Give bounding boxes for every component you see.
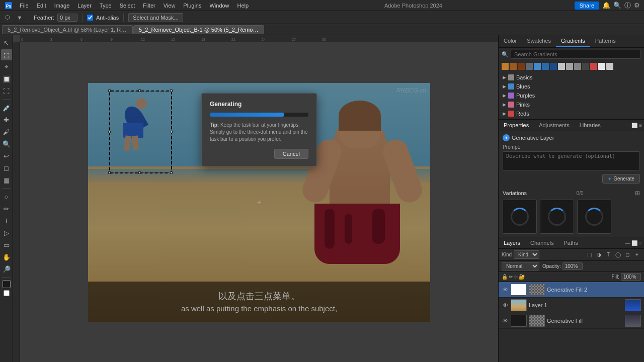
swatch-9[interactable] <box>566 63 573 70</box>
anti-alias-checkbox[interactable] <box>87 15 93 21</box>
menu-select[interactable]: Select <box>116 2 139 10</box>
menu-plugins[interactable]: Plugins <box>180 2 205 10</box>
gradient-group-basics[interactable]: ▶ Basics <box>502 73 641 82</box>
pixel-filter-icon[interactable]: ⬚ <box>585 251 593 259</box>
variation-thumb-3[interactable] <box>577 200 611 234</box>
dodge-tool[interactable]: ○ <box>1 191 12 202</box>
feather-input[interactable] <box>57 14 77 22</box>
lasso-tool[interactable]: ⌖ <box>1 61 12 72</box>
settings-icon[interactable]: ⚙ <box>634 2 640 9</box>
cancel-button[interactable]: Cancel <box>274 149 308 159</box>
prompt-input[interactable] <box>503 151 640 170</box>
move-tool[interactable]: ↖ <box>1 37 12 48</box>
layer-visibility-l1[interactable]: 👁 <box>502 302 509 309</box>
menu-file[interactable]: File <box>16 2 32 10</box>
type-filter-icon[interactable]: T <box>604 251 612 259</box>
menu-image[interactable]: Image <box>51 2 73 10</box>
background-color[interactable] <box>4 290 10 296</box>
tab-adjustments[interactable]: Adjustments <box>534 120 575 131</box>
variations-grid-icon[interactable]: ⊞ <box>635 190 640 197</box>
add-layer-icon[interactable]: + <box>633 251 641 259</box>
object-selection-tool[interactable]: 🔲 <box>1 73 12 84</box>
tab-gradients[interactable]: Gradients <box>556 35 590 47</box>
smart-filter-icon[interactable]: ◻ <box>623 251 631 259</box>
layer-row-layer1[interactable]: 👁 Layer 1 <box>499 298 644 313</box>
zoom-tool[interactable]: 🔎 <box>1 263 12 275</box>
gradients-search-input[interactable] <box>511 50 641 59</box>
layer-visibility-gf2[interactable]: 👁 <box>502 286 509 293</box>
notification-icon[interactable]: 🔔 <box>602 2 610 9</box>
marquee-tool[interactable]: ⬚ <box>1 49 12 60</box>
props-menu-icon[interactable]: ≡ <box>639 123 642 128</box>
lock-position-icon[interactable]: 🔒 <box>502 274 508 280</box>
swatch-7[interactable] <box>550 63 557 70</box>
swatch-8[interactable] <box>558 63 565 70</box>
generate-button[interactable]: Generate <box>602 174 640 184</box>
menu-filter[interactable]: Filter <box>139 2 158 10</box>
tab-swatches[interactable]: Swatches <box>522 35 556 47</box>
swatch-5[interactable] <box>534 63 541 70</box>
lock-pixels-icon[interactable]: ✏ <box>509 274 513 280</box>
layers-expand-icon[interactable]: ⬜ <box>631 240 637 246</box>
tab-file-a[interactable]: 5_2_Remove_Object_A.tif @ 58% (Layer 1, … <box>2 25 133 34</box>
eyedropper-tool[interactable]: 💉 <box>1 102 12 113</box>
tab-libraries[interactable]: Libraries <box>575 120 606 131</box>
swatch-12[interactable] <box>590 63 597 70</box>
eraser-tool[interactable]: ◻ <box>1 162 12 173</box>
lock-art-icon[interactable]: ⊹ <box>514 274 518 280</box>
history-brush-tool[interactable]: ↩ <box>1 150 12 161</box>
tab-layers[interactable]: Layers <box>499 237 525 248</box>
pen-tool[interactable]: ✏ <box>1 203 12 214</box>
menu-view[interactable]: View <box>160 2 179 10</box>
menu-layer[interactable]: Layer <box>74 2 95 10</box>
menu-window[interactable]: Window <box>206 2 232 10</box>
swatch-13[interactable] <box>598 63 605 70</box>
layers-kind-select[interactable]: Kind <box>514 250 539 259</box>
foreground-color[interactable] <box>3 280 11 288</box>
swatch-11[interactable] <box>582 63 589 70</box>
shape-filter-icon[interactable]: ◯ <box>614 251 622 259</box>
select-and-mask-button[interactable]: Select and Mask... <box>128 13 183 22</box>
clone-stamp-tool[interactable]: 🔍 <box>1 138 12 149</box>
spot-healing-tool[interactable]: ✚ <box>1 114 12 125</box>
layers-menu-icon[interactable]: ≡ <box>639 240 642 246</box>
tab-file-b[interactable]: 5_2_Remove_Object_B-1 @ 50% (5_2_Remove_… <box>133 25 264 34</box>
gradient-group-reds[interactable]: ▶ Reds <box>502 109 641 118</box>
swatch-4[interactable] <box>526 63 533 70</box>
swatch-2[interactable] <box>510 63 517 70</box>
fill-input[interactable] <box>621 273 641 281</box>
layer-visibility-gf[interactable]: 👁 <box>502 317 509 324</box>
tab-properties[interactable]: Properties <box>499 120 534 131</box>
props-minimize-icon[interactable]: — <box>625 123 630 128</box>
variation-thumb-1[interactable] <box>503 200 537 234</box>
swatch-3[interactable] <box>518 63 525 70</box>
swatch-14[interactable] <box>606 63 613 70</box>
hand-tool[interactable]: ✋ <box>1 251 12 262</box>
gradient-tool[interactable]: ▦ <box>1 174 12 186</box>
tab-paths[interactable]: Paths <box>559 237 583 248</box>
share-button[interactable]: Share <box>575 2 599 10</box>
layers-minimize-icon[interactable]: — <box>625 240 630 246</box>
crop-tool[interactable]: ⛶ <box>1 85 12 97</box>
search-icon[interactable]: 🔍 <box>613 2 621 9</box>
info-icon[interactable]: ⓘ <box>624 1 631 10</box>
menu-type[interactable]: Type <box>96 2 115 10</box>
menu-help[interactable]: Help <box>234 2 253 10</box>
tab-color[interactable]: Color <box>499 35 522 47</box>
text-tool[interactable]: T <box>1 215 12 226</box>
props-expand-icon[interactable]: ⬜ <box>631 123 637 128</box>
blend-mode-select[interactable]: Normal <box>502 262 539 270</box>
path-selection-tool[interactable]: ▷ <box>1 227 12 238</box>
brush-tool[interactable]: 🖌 <box>1 126 12 137</box>
gradient-group-pinks[interactable]: ▶ Pinks <box>502 100 641 109</box>
swatch-6[interactable] <box>542 63 549 70</box>
rectangle-tool[interactable]: ▭ <box>1 239 12 250</box>
swatch-10[interactable] <box>574 63 581 70</box>
gradient-group-blues[interactable]: ▶ Blues <box>502 82 641 91</box>
gradient-group-purples[interactable]: ▶ Purples <box>502 91 641 100</box>
swatch-1[interactable] <box>502 63 509 70</box>
menu-edit[interactable]: Edit <box>33 2 50 10</box>
layer-row-generative-fill[interactable]: 👁 Generative Fill <box>499 313 644 329</box>
layer-row-generative-fill-2[interactable]: 👁 Generative Fill 2 <box>499 282 644 298</box>
variation-thumb-2[interactable] <box>540 200 574 234</box>
